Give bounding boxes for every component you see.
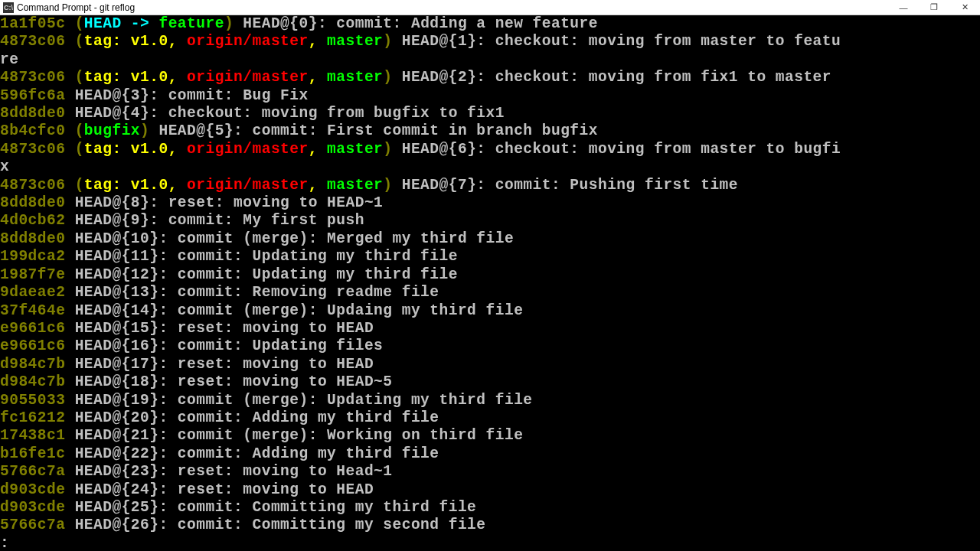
commit-hash: 9055033 <box>0 392 65 409</box>
reflog-line: 199dca2 HEAD@{11}: commit: Updating my t… <box>0 248 980 266</box>
reflog-message: reset: moving to HEAD <box>178 320 374 337</box>
sp <box>65 517 74 533</box>
maximize-button[interactable]: ❐ <box>919 0 949 15</box>
commit-hash: d984c7b <box>0 356 65 373</box>
reflog-message: reset: moving to HEAD~5 <box>178 373 393 390</box>
ref-part: , <box>309 33 327 50</box>
sp <box>65 284 74 301</box>
sp <box>65 463 74 480</box>
commit-hash: d984c7b <box>0 373 65 390</box>
sep: : <box>476 69 495 86</box>
reflog-line: d984c7b HEAD@{17}: reset: moving to HEAD <box>0 356 980 373</box>
reflog-message: commit: Updating my third file <box>178 248 458 265</box>
reflog-selector: HEAD@{2} <box>402 69 477 86</box>
reflog-selector: HEAD@{12} <box>75 266 159 283</box>
reflog-selector: HEAD@{21} <box>75 427 159 444</box>
sep: : <box>476 177 495 194</box>
ref-part: feature <box>158 15 224 32</box>
commit-hash: 8b4cfc0 <box>0 122 65 139</box>
reflog-line: 9daeae2 HEAD@{13}: commit: Removing read… <box>0 284 980 302</box>
sp <box>234 15 243 32</box>
sp <box>65 105 74 122</box>
reflog-line: 8dd8de0 HEAD@{10}: commit (merge): Merge… <box>0 230 980 248</box>
ref-part: , <box>168 141 187 158</box>
sep: : <box>149 87 168 104</box>
commit-hash: e9661c6 <box>0 337 65 354</box>
reflog-message: checkout: moving from master to bugfi <box>495 141 841 158</box>
commit-hash: 1a1f05c <box>0 15 65 32</box>
commit-hash: d903cde <box>0 499 65 516</box>
sp <box>65 409 74 426</box>
reflog-selector: HEAD@{20} <box>75 409 159 426</box>
commit-hash: 37f464e <box>0 302 65 319</box>
sep: : <box>158 248 177 265</box>
sep: : <box>158 337 177 354</box>
reflog-message: commit: Adding a new feature <box>336 15 598 32</box>
close-button[interactable]: ✕ <box>949 0 980 15</box>
titlebar-right: — ❐ ✕ <box>888 0 980 15</box>
reflog-line: 9055033 HEAD@{19}: commit (merge): Updat… <box>0 392 980 409</box>
reflog-line: fc16212 HEAD@{20}: commit: Adding my thi… <box>0 409 980 427</box>
reflog-message: commit: Adding my third file <box>178 445 439 462</box>
reflog-message: commit: Bug Fix <box>168 87 309 104</box>
sp <box>65 481 74 498</box>
sep: : <box>158 230 177 247</box>
reflog-selector: HEAD@{10} <box>75 230 159 247</box>
reflog-message: commit (merge): Merged my third file <box>178 230 514 247</box>
sep: : <box>318 15 336 32</box>
sep: : <box>158 392 177 409</box>
sp <box>393 141 402 158</box>
commit-hash: 1987f7e <box>0 266 65 283</box>
sep: : <box>158 320 177 337</box>
reflog-message: commit: Adding my third file <box>178 409 439 426</box>
reflog-line: 1a1f05c (HEAD -> feature) HEAD@{0}: comm… <box>0 15 980 33</box>
titlebar-left: C:\ Command Prompt - git reflog <box>0 2 135 13</box>
reflog-line: 4873c06 (tag: v1.0, origin/master, maste… <box>0 141 980 158</box>
commit-hash: d903cde <box>0 481 65 498</box>
commit-hash: 9daeae2 <box>0 284 65 301</box>
commit-hash: 199dca2 <box>0 248 65 265</box>
sep: : <box>149 212 168 229</box>
terminal-output[interactable]: 1a1f05c (HEAD -> feature) HEAD@{0}: comm… <box>0 15 980 551</box>
reflog-selector: HEAD@{26} <box>75 517 159 533</box>
refs-open: ( <box>75 69 84 86</box>
sep: : <box>234 122 252 139</box>
sp <box>65 248 74 265</box>
refs-close: ) <box>224 15 234 32</box>
pager-prompt[interactable]: : <box>0 535 980 551</box>
reflog-message: reset: moving to Head~1 <box>178 463 393 480</box>
sp <box>65 337 74 354</box>
reflog-message: commit: Pushing first time <box>495 177 738 194</box>
sp <box>65 33 74 50</box>
commit-hash: 4873c06 <box>0 141 65 158</box>
reflog-message: x <box>0 158 9 175</box>
reflog-line: 596fc6a HEAD@{3}: commit: Bug Fix <box>0 87 980 105</box>
sep: : <box>158 499 177 516</box>
sp <box>65 320 74 337</box>
commit-hash: 596fc6a <box>0 87 65 104</box>
ref-part: origin/master <box>187 177 309 194</box>
commit-hash: 17438c1 <box>0 427 65 444</box>
reflog-line: b16fe1c HEAD@{22}: commit: Adding my thi… <box>0 445 980 463</box>
ref-part: HEAD -> <box>84 15 159 32</box>
reflog-selector: HEAD@{14} <box>75 302 159 319</box>
commit-hash: 8dd8de0 <box>0 194 65 211</box>
sep: : <box>158 517 177 533</box>
reflog-selector: HEAD@{6} <box>402 141 477 158</box>
sp <box>65 177 74 194</box>
reflog-selector: HEAD@{8} <box>75 194 150 211</box>
reflog-line: 1987f7e HEAD@{12}: commit: Updating my t… <box>0 266 980 284</box>
minimize-button[interactable]: — <box>888 0 919 15</box>
reflog-message: commit: Committing my third file <box>178 499 476 516</box>
reflog-selector: HEAD@{18} <box>75 373 159 390</box>
refs-open: ( <box>75 141 84 158</box>
sp <box>65 69 74 86</box>
reflog-message: commit (merge): Updaing my third file <box>178 302 523 319</box>
reflog-selector: HEAD@{17} <box>75 356 159 373</box>
reflog-line: d984c7b HEAD@{18}: reset: moving to HEAD… <box>0 373 980 391</box>
sep: : <box>158 445 177 462</box>
reflog-line: 4d0cb62 HEAD@{9}: commit: My first push <box>0 212 980 230</box>
ref-part: master <box>327 33 383 50</box>
reflog-selector: HEAD@{15} <box>75 320 159 337</box>
reflog-line: d903cde HEAD@{25}: commit: Committing my… <box>0 499 980 517</box>
